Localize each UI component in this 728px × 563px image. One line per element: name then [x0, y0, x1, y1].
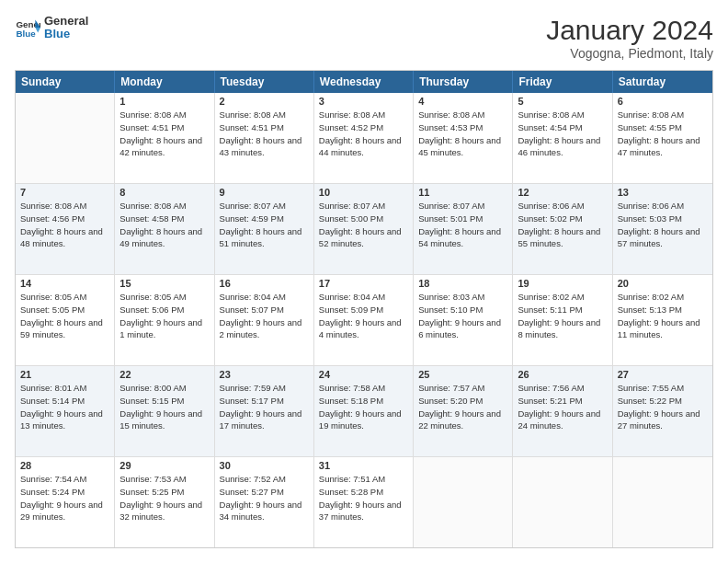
- cal-cell-1-3: 10 Sunrise: 8:07 AMSunset: 5:00 PMDaylig…: [314, 184, 414, 274]
- day-number: 7: [20, 187, 109, 198]
- sun-info: Sunrise: 8:04 AMSunset: 5:09 PMDaylight:…: [319, 291, 408, 341]
- calendar: Sunday Monday Tuesday Wednesday Thursday…: [15, 70, 713, 548]
- header-monday: Monday: [115, 71, 214, 93]
- day-number: 2: [220, 96, 309, 107]
- header: General Blue General Blue January 2024 V…: [15, 15, 713, 61]
- day-number: 23: [220, 369, 309, 380]
- day-number: 31: [319, 460, 408, 471]
- day-number: 22: [119, 369, 209, 380]
- week-row-2: 7 Sunrise: 8:08 AMSunset: 4:56 PMDayligh…: [16, 183, 712, 274]
- day-number: 5: [518, 96, 607, 107]
- calendar-body: 1 Sunrise: 8:08 AMSunset: 4:51 PMDayligh…: [16, 93, 712, 547]
- sun-info: Sunrise: 7:55 AMSunset: 5:22 PMDaylight:…: [618, 382, 708, 432]
- cal-cell-3-3: 24 Sunrise: 7:58 AMSunset: 5:18 PMDaylig…: [314, 366, 414, 456]
- sun-info: Sunrise: 7:51 AMSunset: 5:28 PMDaylight:…: [319, 473, 408, 523]
- sun-info: Sunrise: 8:01 AMSunset: 5:14 PMDaylight:…: [20, 382, 109, 432]
- sun-info: Sunrise: 7:52 AMSunset: 5:27 PMDaylight:…: [220, 473, 309, 523]
- cal-cell-4-2: 30 Sunrise: 7:52 AMSunset: 5:27 PMDaylig…: [215, 457, 314, 547]
- sun-info: Sunrise: 8:07 AMSunset: 4:59 PMDaylight:…: [220, 200, 309, 250]
- logo-blue: Blue: [44, 28, 88, 40]
- logo-icon: General Blue: [15, 15, 40, 40]
- cal-cell-3-0: 21 Sunrise: 8:01 AMSunset: 5:14 PMDaylig…: [16, 366, 115, 456]
- day-number: 16: [220, 278, 309, 289]
- cal-cell-0-5: 5 Sunrise: 8:08 AMSunset: 4:54 PMDayligh…: [513, 93, 612, 183]
- cal-cell-0-1: 1 Sunrise: 8:08 AMSunset: 4:51 PMDayligh…: [115, 93, 214, 183]
- sun-info: Sunrise: 8:08 AMSunset: 4:52 PMDaylight:…: [319, 109, 408, 159]
- day-number: 13: [618, 187, 708, 198]
- cal-cell-2-5: 19 Sunrise: 8:02 AMSunset: 5:11 PMDaylig…: [513, 275, 612, 365]
- sun-info: Sunrise: 8:08 AMSunset: 4:58 PMDaylight:…: [119, 200, 209, 250]
- cal-cell-3-2: 23 Sunrise: 7:59 AMSunset: 5:17 PMDaylig…: [215, 366, 314, 456]
- cal-cell-4-1: 29 Sunrise: 7:53 AMSunset: 5:25 PMDaylig…: [115, 457, 214, 547]
- day-number: 29: [119, 460, 209, 471]
- sun-info: Sunrise: 7:58 AMSunset: 5:18 PMDaylight:…: [319, 382, 408, 432]
- day-number: 11: [418, 187, 507, 198]
- day-number: 14: [20, 278, 109, 289]
- day-number: 15: [119, 278, 209, 289]
- cal-cell-0-2: 2 Sunrise: 8:08 AMSunset: 4:51 PMDayligh…: [215, 93, 314, 183]
- cal-cell-1-5: 12 Sunrise: 8:06 AMSunset: 5:02 PMDaylig…: [513, 184, 612, 274]
- cal-cell-1-4: 11 Sunrise: 8:07 AMSunset: 5:01 PMDaylig…: [414, 184, 513, 274]
- title-block: January 2024 Vogogna, Piedmont, Italy: [546, 15, 713, 61]
- svg-text:Blue: Blue: [16, 29, 36, 39]
- logo: General Blue General Blue: [15, 15, 88, 41]
- sun-info: Sunrise: 8:06 AMSunset: 5:02 PMDaylight:…: [518, 200, 607, 250]
- cal-cell-1-1: 8 Sunrise: 8:08 AMSunset: 4:58 PMDayligh…: [115, 184, 214, 274]
- sun-info: Sunrise: 8:02 AMSunset: 5:11 PMDaylight:…: [518, 291, 607, 341]
- sun-info: Sunrise: 8:05 AMSunset: 5:06 PMDaylight:…: [119, 291, 209, 341]
- day-number: 3: [319, 96, 408, 107]
- cal-cell-2-1: 15 Sunrise: 8:05 AMSunset: 5:06 PMDaylig…: [115, 275, 214, 365]
- day-number: 1: [119, 96, 209, 107]
- header-friday: Friday: [513, 71, 612, 93]
- sun-info: Sunrise: 7:53 AMSunset: 5:25 PMDaylight:…: [119, 473, 209, 523]
- sun-info: Sunrise: 8:07 AMSunset: 5:00 PMDaylight:…: [319, 200, 408, 250]
- day-number: 12: [518, 187, 607, 198]
- day-number: 25: [418, 369, 507, 380]
- week-row-5: 28 Sunrise: 7:54 AMSunset: 5:24 PMDaylig…: [16, 456, 712, 547]
- svg-marker-3: [35, 28, 40, 33]
- cal-cell-1-0: 7 Sunrise: 8:08 AMSunset: 4:56 PMDayligh…: [16, 184, 115, 274]
- week-row-4: 21 Sunrise: 8:01 AMSunset: 5:14 PMDaylig…: [16, 365, 712, 456]
- sun-info: Sunrise: 8:03 AMSunset: 5:10 PMDaylight:…: [418, 291, 507, 341]
- cal-cell-1-2: 9 Sunrise: 8:07 AMSunset: 4:59 PMDayligh…: [215, 184, 314, 274]
- day-number: 28: [20, 460, 109, 471]
- sun-info: Sunrise: 8:05 AMSunset: 5:05 PMDaylight:…: [20, 291, 109, 341]
- calendar-header: Sunday Monday Tuesday Wednesday Thursday…: [16, 71, 712, 93]
- sun-info: Sunrise: 7:56 AMSunset: 5:21 PMDaylight:…: [518, 382, 607, 432]
- page: General Blue General Blue January 2024 V…: [0, 0, 728, 563]
- cal-cell-4-6: [613, 457, 712, 547]
- week-row-1: 1 Sunrise: 8:08 AMSunset: 4:51 PMDayligh…: [16, 93, 712, 183]
- day-number: 6: [618, 96, 708, 107]
- cal-cell-3-4: 25 Sunrise: 7:57 AMSunset: 5:20 PMDaylig…: [414, 366, 513, 456]
- header-tuesday: Tuesday: [215, 71, 314, 93]
- sun-info: Sunrise: 7:57 AMSunset: 5:20 PMDaylight:…: [418, 382, 507, 432]
- cal-cell-2-2: 16 Sunrise: 8:04 AMSunset: 5:07 PMDaylig…: [215, 275, 314, 365]
- cal-cell-4-5: [513, 457, 612, 547]
- day-number: 9: [220, 187, 309, 198]
- cal-cell-4-3: 31 Sunrise: 7:51 AMSunset: 5:28 PMDaylig…: [314, 457, 414, 547]
- location: Vogogna, Piedmont, Italy: [546, 46, 713, 61]
- cal-cell-3-5: 26 Sunrise: 7:56 AMSunset: 5:21 PMDaylig…: [513, 366, 612, 456]
- cal-cell-1-6: 13 Sunrise: 8:06 AMSunset: 5:03 PMDaylig…: [613, 184, 712, 274]
- sun-info: Sunrise: 8:08 AMSunset: 4:55 PMDaylight:…: [618, 109, 708, 159]
- logo-general: General: [44, 15, 88, 28]
- cal-cell-0-0: [16, 93, 115, 183]
- cal-cell-0-3: 3 Sunrise: 8:08 AMSunset: 4:52 PMDayligh…: [314, 93, 414, 183]
- day-number: 30: [220, 460, 309, 471]
- cal-cell-0-4: 4 Sunrise: 8:08 AMSunset: 4:53 PMDayligh…: [414, 93, 513, 183]
- sun-info: Sunrise: 8:00 AMSunset: 5:15 PMDaylight:…: [119, 382, 209, 432]
- cal-cell-3-6: 27 Sunrise: 7:55 AMSunset: 5:22 PMDaylig…: [613, 366, 712, 456]
- week-row-3: 14 Sunrise: 8:05 AMSunset: 5:05 PMDaylig…: [16, 274, 712, 365]
- day-number: 4: [418, 96, 507, 107]
- day-number: 24: [319, 369, 408, 380]
- sun-info: Sunrise: 8:08 AMSunset: 4:53 PMDaylight:…: [418, 109, 507, 159]
- month-title: January 2024: [546, 15, 713, 46]
- header-thursday: Thursday: [414, 71, 513, 93]
- sun-info: Sunrise: 8:06 AMSunset: 5:03 PMDaylight:…: [618, 200, 708, 250]
- day-number: 27: [618, 369, 708, 380]
- sun-info: Sunrise: 8:08 AMSunset: 4:51 PMDaylight:…: [119, 109, 209, 159]
- day-number: 17: [319, 278, 408, 289]
- sun-info: Sunrise: 8:08 AMSunset: 4:56 PMDaylight:…: [20, 200, 109, 250]
- day-number: 21: [20, 369, 109, 380]
- header-wednesday: Wednesday: [314, 71, 414, 93]
